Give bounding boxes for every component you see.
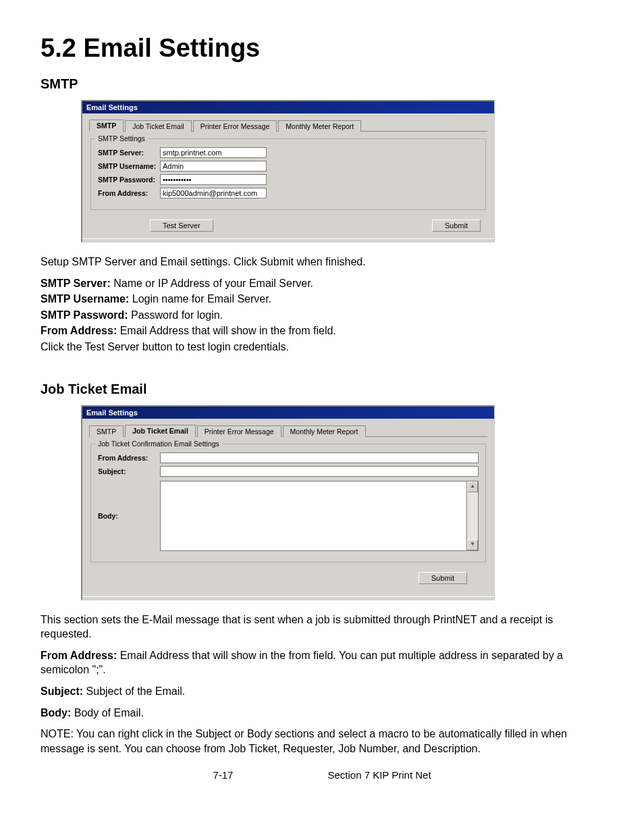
input-smtp-password[interactable] [160,174,267,185]
def-smtp-server: SMTP Server: Name or IP Address of your … [41,276,603,291]
scroll-down-icon[interactable]: ▼ [467,540,478,550]
fieldset-legend: Job Ticket Confirmation Email Settings [95,440,222,448]
tab-monthly-meter-report[interactable]: Monthly Meter Report [283,425,366,437]
tab-smtp[interactable]: SMTP [89,120,124,132]
label-smtp-server: SMTP Server: [98,149,160,157]
window-title-bar: Email Settings [82,101,494,113]
def-smtp-password: SMTP Password: Password for login. [41,308,603,323]
smtp-subheading: SMTP [41,76,603,92]
textarea-body[interactable] [160,481,467,551]
def-from-address: From Address: Email Address that will sh… [41,323,603,338]
input-from-address[interactable] [160,452,479,463]
body-scrollbar[interactable]: ▲ ▼ [467,481,479,551]
page-number: 7-17 [213,769,233,781]
scroll-up-icon[interactable]: ▲ [467,481,478,492]
job-ticket-fieldset: Job Ticket Confirmation Email Settings F… [90,444,486,563]
label-smtp-password: SMTP Password: [98,176,160,184]
def-smtp-username: SMTP Username: Login name for Email Serv… [41,292,603,307]
input-subject[interactable] [160,466,479,477]
smtp-intro-text: Setup SMTP Server and Email settings. Cl… [41,255,603,269]
def-body: Body: Body of Email. [41,706,603,721]
input-smtp-username[interactable] [160,161,267,172]
tab-row: SMTP Job Ticket Email Printer Error Mess… [89,424,487,437]
submit-button[interactable]: Submit [419,572,467,584]
page-heading: 5.2 Email Settings [41,34,603,63]
job-ticket-intro-text: This section sets the E-Mail message tha… [41,613,603,642]
window-statusbar [82,596,494,600]
input-smtp-server[interactable] [160,147,267,158]
label-subject: Subject: [98,467,160,475]
label-body: Body: [98,512,160,520]
label-from-address: From Address: [98,189,160,197]
tab-printer-error-message[interactable]: Printer Error Message [197,425,281,437]
macro-note: NOTE: You can right click in the Subject… [41,727,603,756]
job-ticket-email-window: Email Settings SMTP Job Ticket Email Pri… [81,405,495,600]
smtp-settings-fieldset: SMTP Settings SMTP Server: SMTP Username… [90,138,486,210]
fieldset-legend: SMTP Settings [95,134,148,142]
window-title-bar: Email Settings [82,407,494,419]
job-ticket-subheading: Job Ticket Email [41,382,603,397]
tab-job-ticket-email[interactable]: Job Ticket Email [125,425,196,437]
label-from-address: From Address: [98,454,160,462]
smtp-settings-window: Email Settings SMTP Job Ticket Email Pri… [81,100,495,242]
def-from-address-2: From Address: Email Address that will sh… [41,648,603,677]
tab-monthly-meter-report[interactable]: Monthly Meter Report [278,120,361,132]
window-statusbar [82,238,494,242]
tab-row: SMTP Job Ticket Email Printer Error Mess… [89,119,487,132]
tab-smtp[interactable]: SMTP [89,425,124,437]
test-server-note: Click the Test Server button to test log… [41,340,603,355]
label-smtp-username: SMTP Username: [98,162,160,170]
tab-printer-error-message[interactable]: Printer Error Message [193,120,277,132]
tab-job-ticket-email[interactable]: Job Ticket Email [125,120,191,132]
input-from-address[interactable] [160,188,267,199]
section-label: Section 7 KIP Print Net [327,769,431,781]
test-server-button[interactable]: Test Server [150,219,213,232]
submit-button[interactable]: Submit [432,219,481,232]
def-subject: Subject: Subject of the Email. [41,684,603,699]
page-footer: 7-17 Section 7 KIP Print Net [41,769,603,781]
